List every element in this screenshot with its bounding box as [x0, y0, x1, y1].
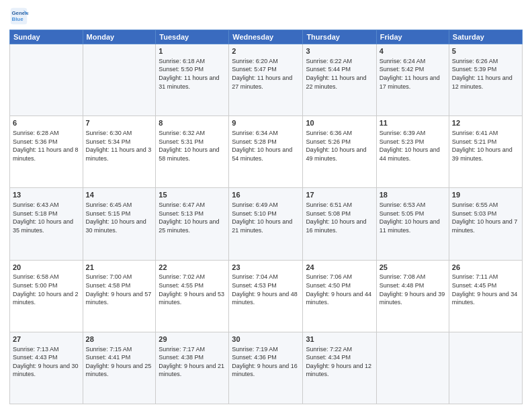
day-info: Sunrise: 6:41 AMSunset: 5:21 PMDaylight:…	[452, 129, 519, 163]
calendar-cell: 11Sunrise: 6:39 AMSunset: 5:23 PMDayligh…	[376, 116, 449, 188]
calendar-cell	[376, 332, 449, 404]
calendar-cell: 30Sunrise: 7:19 AMSunset: 4:36 PMDayligh…	[229, 332, 303, 404]
calendar-cell: 23Sunrise: 7:04 AMSunset: 4:53 PMDayligh…	[229, 260, 303, 332]
day-number: 10	[306, 118, 373, 128]
day-info: Sunrise: 6:49 AMSunset: 5:10 PMDaylight:…	[232, 201, 300, 234]
day-info: Sunrise: 6:45 AMSunset: 5:15 PMDaylight:…	[86, 201, 153, 234]
calendar-cell	[449, 332, 522, 404]
svg-text:Blue: Blue	[12, 16, 24, 22]
day-info: Sunrise: 6:18 AMSunset: 5:50 PMDaylight:…	[159, 57, 226, 91]
day-number: 9	[232, 118, 300, 128]
calendar-cell: 6Sunrise: 6:28 AMSunset: 5:36 PMDaylight…	[10, 116, 83, 188]
day-number: 12	[452, 118, 519, 128]
calendar-cell: 3Sunrise: 6:22 AMSunset: 5:44 PMDaylight…	[303, 44, 376, 116]
day-info: Sunrise: 6:51 AMSunset: 5:08 PMDaylight:…	[306, 201, 373, 234]
day-info: Sunrise: 6:24 AMSunset: 5:42 PMDaylight:…	[380, 57, 446, 91]
calendar-cell: 2Sunrise: 6:20 AMSunset: 5:47 PMDaylight…	[229, 44, 303, 116]
day-info: Sunrise: 6:43 AMSunset: 5:18 PMDaylight:…	[13, 201, 80, 234]
day-info: Sunrise: 7:08 AMSunset: 4:48 PMDaylight:…	[380, 273, 446, 306]
day-number: 14	[86, 190, 153, 200]
day-number: 5	[452, 46, 519, 56]
day-number: 31	[306, 334, 373, 345]
calendar-cell: 5Sunrise: 6:26 AMSunset: 5:39 PMDaylight…	[449, 44, 522, 116]
day-number: 8	[159, 118, 226, 128]
col-tuesday: Tuesday	[156, 30, 229, 44]
calendar-cell: 15Sunrise: 6:47 AMSunset: 5:13 PMDayligh…	[156, 188, 229, 260]
day-number: 11	[380, 118, 446, 128]
calendar-cell: 19Sunrise: 6:55 AMSunset: 5:03 PMDayligh…	[449, 188, 522, 260]
day-number: 22	[159, 263, 226, 273]
day-number: 29	[159, 334, 226, 345]
day-info: Sunrise: 6:34 AMSunset: 5:28 PMDaylight:…	[232, 129, 300, 163]
day-info: Sunrise: 7:13 AMSunset: 4:43 PMDaylight:…	[13, 345, 80, 379]
calendar-cell: 16Sunrise: 6:49 AMSunset: 5:10 PMDayligh…	[229, 188, 303, 260]
day-number: 16	[232, 190, 300, 200]
day-number: 25	[380, 263, 446, 273]
day-number: 7	[86, 118, 153, 128]
calendar-cell: 8Sunrise: 6:32 AMSunset: 5:31 PMDaylight…	[156, 116, 229, 188]
calendar-cell: 27Sunrise: 7:13 AMSunset: 4:43 PMDayligh…	[10, 332, 83, 404]
day-number: 21	[86, 263, 153, 273]
day-info: Sunrise: 6:26 AMSunset: 5:39 PMDaylight:…	[452, 57, 519, 91]
col-friday: Friday	[376, 30, 449, 44]
day-info: Sunrise: 6:30 AMSunset: 5:34 PMDaylight:…	[86, 129, 153, 163]
day-info: Sunrise: 6:58 AMSunset: 5:00 PMDaylight:…	[13, 273, 80, 306]
col-monday: Monday	[83, 30, 156, 44]
calendar-cell: 26Sunrise: 7:11 AMSunset: 4:45 PMDayligh…	[449, 260, 522, 332]
svg-text:General: General	[12, 10, 29, 16]
calendar-page: General Blue Sunday Monday Tuesday Wedne…	[0, 0, 532, 411]
calendar-cell: 29Sunrise: 7:17 AMSunset: 4:38 PMDayligh…	[156, 332, 229, 404]
calendar-cell: 14Sunrise: 6:45 AMSunset: 5:15 PMDayligh…	[83, 188, 156, 260]
day-number: 13	[13, 190, 80, 200]
day-number: 17	[306, 190, 373, 200]
calendar-cell	[83, 44, 156, 116]
calendar-cell: 7Sunrise: 6:30 AMSunset: 5:34 PMDaylight…	[83, 116, 156, 188]
calendar-cell: 21Sunrise: 7:00 AMSunset: 4:58 PMDayligh…	[83, 260, 156, 332]
day-info: Sunrise: 6:36 AMSunset: 5:26 PMDaylight:…	[306, 129, 373, 163]
day-number: 23	[232, 263, 300, 273]
col-saturday: Saturday	[449, 30, 522, 44]
day-number: 28	[86, 334, 153, 345]
day-info: Sunrise: 6:28 AMSunset: 5:36 PMDaylight:…	[13, 129, 80, 163]
calendar-week-row: 6Sunrise: 6:28 AMSunset: 5:36 PMDaylight…	[10, 116, 523, 188]
calendar-week-row: 20Sunrise: 6:58 AMSunset: 5:00 PMDayligh…	[10, 260, 523, 332]
day-info: Sunrise: 6:20 AMSunset: 5:47 PMDaylight:…	[232, 57, 300, 91]
calendar-cell: 24Sunrise: 7:06 AMSunset: 4:50 PMDayligh…	[303, 260, 376, 332]
logo: General Blue	[9, 7, 31, 26]
day-info: Sunrise: 6:53 AMSunset: 5:05 PMDaylight:…	[380, 201, 446, 234]
calendar-week-row: 13Sunrise: 6:43 AMSunset: 5:18 PMDayligh…	[10, 188, 523, 260]
calendar-cell: 12Sunrise: 6:41 AMSunset: 5:21 PMDayligh…	[449, 116, 522, 188]
calendar-cell: 4Sunrise: 6:24 AMSunset: 5:42 PMDaylight…	[376, 44, 449, 116]
day-info: Sunrise: 7:15 AMSunset: 4:41 PMDaylight:…	[86, 345, 153, 379]
calendar-cell: 31Sunrise: 7:22 AMSunset: 4:34 PMDayligh…	[303, 332, 376, 404]
day-number: 6	[13, 118, 80, 128]
day-number: 20	[13, 263, 80, 273]
day-number: 26	[452, 263, 519, 273]
calendar-cell: 10Sunrise: 6:36 AMSunset: 5:26 PMDayligh…	[303, 116, 376, 188]
header: General Blue	[9, 7, 523, 26]
day-number: 4	[380, 46, 446, 56]
col-sunday: Sunday	[10, 30, 83, 44]
calendar-cell: 17Sunrise: 6:51 AMSunset: 5:08 PMDayligh…	[303, 188, 376, 260]
calendar-cell: 13Sunrise: 6:43 AMSunset: 5:18 PMDayligh…	[10, 188, 83, 260]
calendar-cell: 1Sunrise: 6:18 AMSunset: 5:50 PMDaylight…	[156, 44, 229, 116]
day-number: 27	[13, 334, 80, 345]
day-info: Sunrise: 7:04 AMSunset: 4:53 PMDaylight:…	[232, 273, 300, 306]
col-wednesday: Wednesday	[229, 30, 303, 44]
calendar-cell: 18Sunrise: 6:53 AMSunset: 5:05 PMDayligh…	[376, 188, 449, 260]
calendar-table: Sunday Monday Tuesday Wednesday Thursday…	[9, 30, 523, 404]
day-number: 19	[452, 190, 519, 200]
day-info: Sunrise: 7:22 AMSunset: 4:34 PMDaylight:…	[306, 345, 373, 379]
day-info: Sunrise: 7:17 AMSunset: 4:38 PMDaylight:…	[159, 345, 226, 379]
day-info: Sunrise: 6:32 AMSunset: 5:31 PMDaylight:…	[159, 129, 226, 163]
day-info: Sunrise: 7:19 AMSunset: 4:36 PMDaylight:…	[232, 345, 300, 379]
calendar-cell: 25Sunrise: 7:08 AMSunset: 4:48 PMDayligh…	[376, 260, 449, 332]
day-info: Sunrise: 6:39 AMSunset: 5:23 PMDaylight:…	[380, 129, 446, 163]
day-number: 3	[306, 46, 373, 56]
day-info: Sunrise: 6:22 AMSunset: 5:44 PMDaylight:…	[306, 57, 373, 91]
day-number: 24	[306, 263, 373, 273]
day-info: Sunrise: 7:06 AMSunset: 4:50 PMDaylight:…	[306, 273, 373, 306]
day-number: 18	[380, 190, 446, 200]
logo-icon: General Blue	[9, 7, 28, 26]
day-number: 30	[232, 334, 300, 345]
